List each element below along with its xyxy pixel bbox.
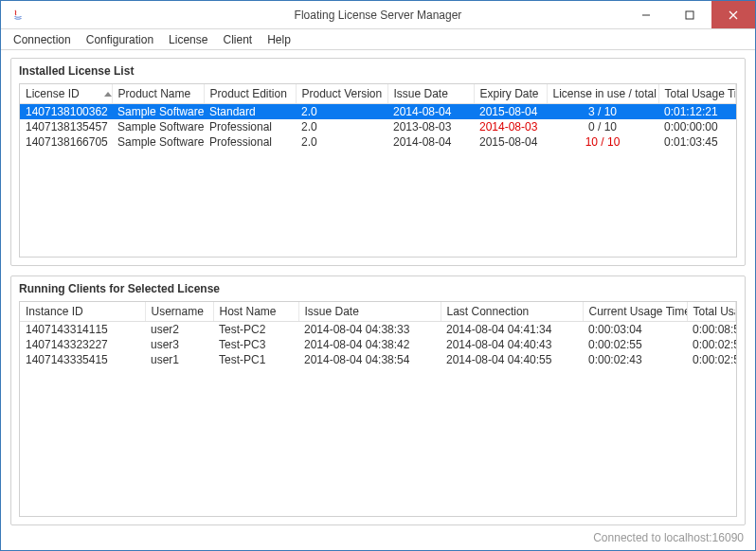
col-current-usage[interactable]: Current Usage Time: [583, 302, 687, 322]
installed-license-table[interactable]: License ID Product Name Product Edition …: [20, 84, 736, 150]
minimize-button[interactable]: [624, 1, 668, 28]
table-cell: 2015-08-04: [474, 104, 547, 120]
table-cell: Sample Software: [112, 119, 204, 134]
table-cell: 2014-08-04: [387, 104, 474, 120]
table-row[interactable]: 1407143335415user1Test-PC12014-08-04 04:…: [20, 352, 736, 367]
col-license-id[interactable]: License ID: [20, 84, 112, 104]
table-row[interactable]: 1407143323227user3Test-PC32014-08-04 04:…: [20, 337, 736, 352]
col-total-usage-time[interactable]: Total Usage Time: [658, 84, 736, 104]
table-cell: 0 / 10: [547, 119, 658, 134]
menu-connection[interactable]: Connection: [7, 31, 78, 48]
table-row[interactable]: 1407143314115user2Test-PC22014-08-04 04:…: [20, 322, 736, 338]
table-cell: 2014-08-04 04:40:43: [441, 337, 583, 352]
col-expiry-date[interactable]: Expiry Date: [474, 84, 547, 104]
sort-asc-icon: [104, 92, 112, 97]
table-cell: 0:00:03:04: [583, 322, 687, 338]
table-cell: 1407138135457: [20, 119, 112, 134]
col-product-version[interactable]: Product Version: [296, 84, 387, 104]
table-cell: 2014-08-04: [387, 134, 474, 150]
table-cell: 1407138166705: [20, 134, 112, 150]
table-row[interactable]: 1407138135457Sample SoftwareProfessional…: [20, 119, 736, 134]
table-cell: Test-PC1: [213, 352, 298, 367]
table-cell: 2015-08-04: [474, 134, 547, 150]
table-header-row: License ID Product Name Product Edition …: [20, 84, 736, 104]
col-last-connection[interactable]: Last Connection: [441, 302, 583, 322]
table-cell: Test-PC2: [213, 322, 298, 338]
table-cell: Test-PC3: [213, 337, 298, 352]
running-clients-table[interactable]: Instance ID Username Host Name Issue Dat…: [20, 302, 736, 367]
content-area: Installed License List License ID Produc…: [1, 50, 755, 529]
menu-license[interactable]: License: [162, 31, 214, 48]
table-cell: 1407143335415: [20, 352, 145, 367]
table-cell: 0:01:12:21: [658, 104, 736, 120]
col-issue-date[interactable]: Issue Date: [387, 84, 474, 104]
window-controls: [624, 1, 755, 28]
table-cell: Standard: [204, 104, 296, 120]
menu-help[interactable]: Help: [261, 31, 297, 48]
table-cell: user2: [145, 322, 213, 338]
close-button[interactable]: [711, 1, 755, 28]
table-cell: 10 / 10: [547, 134, 658, 150]
table-cell: 0:00:00:00: [658, 119, 736, 134]
col-host-name[interactable]: Host Name: [213, 302, 298, 322]
table-cell: Professional: [204, 119, 296, 134]
menubar: Connection Configuration License Client …: [1, 29, 755, 50]
table-cell: 1407143323227: [20, 337, 145, 352]
installed-license-panel: Installed License List License ID Produc…: [10, 58, 746, 266]
col-username[interactable]: Username: [145, 302, 213, 322]
col-license-usage[interactable]: License in use / total: [547, 84, 658, 104]
table-cell: 0:00:08:54: [687, 322, 736, 338]
col-issue-date[interactable]: Issue Date: [298, 302, 441, 322]
table-cell: 2.0: [296, 134, 387, 150]
table-cell: 2014-08-04 04:40:55: [441, 352, 583, 367]
table-cell: Sample Software: [112, 104, 204, 120]
running-clients-panel: Running Clients for Selected License Ins…: [10, 276, 746, 525]
table-row[interactable]: 1407138166705Sample SoftwareProfessional…: [20, 134, 736, 150]
titlebar: Floating License Server Manager: [1, 1, 755, 29]
table-cell: 0:00:02:43: [583, 352, 687, 367]
col-product-edition[interactable]: Product Edition: [204, 84, 296, 104]
table-cell: 2014-08-03: [474, 119, 547, 134]
table-cell: 2014-08-04 04:38:54: [298, 352, 441, 367]
running-clients-title: Running Clients for Selected License: [19, 282, 737, 295]
menu-configuration[interactable]: Configuration: [80, 31, 160, 48]
col-product-name[interactable]: Product Name: [112, 84, 204, 104]
table-cell: 0:00:02:55: [583, 337, 687, 352]
statusbar: Connected to localhost:16090: [1, 529, 755, 550]
connection-status: Connected to localhost:16090: [593, 531, 744, 544]
svg-rect-1: [686, 11, 693, 19]
table-cell: 1407138100362: [20, 104, 112, 120]
table-cell: 2013-08-03: [387, 119, 474, 134]
col-total-usage[interactable]: Total Usage Time: [687, 302, 736, 322]
java-icon: [10, 8, 26, 23]
table-cell: 1407143314115: [20, 322, 145, 338]
table-cell: 2.0: [296, 104, 387, 120]
table-cell: 2014-08-04 04:41:34: [441, 322, 583, 338]
table-header-row: Instance ID Username Host Name Issue Dat…: [20, 302, 736, 322]
col-instance-id[interactable]: Instance ID: [20, 302, 145, 322]
table-cell: Sample Software: [112, 134, 204, 150]
table-row[interactable]: 1407138100362Sample SoftwareStandard2.02…: [20, 104, 736, 120]
maximize-button[interactable]: [668, 1, 711, 28]
menu-client[interactable]: Client: [216, 31, 259, 48]
table-cell: 2.0: [296, 119, 387, 134]
table-cell: 2014-08-04 04:38:33: [298, 322, 441, 338]
table-cell: user3: [145, 337, 213, 352]
table-cell: 0:00:02:55: [687, 337, 736, 352]
table-cell: user1: [145, 352, 213, 367]
installed-license-title: Installed License List: [19, 64, 737, 78]
table-cell: 0:01:03:45: [658, 134, 736, 150]
table-cell: 3 / 10: [547, 104, 658, 120]
installed-license-table-wrap: License ID Product Name Product Edition …: [19, 83, 737, 258]
table-cell: 0:00:02:51: [687, 352, 736, 367]
running-clients-table-wrap: Instance ID Username Host Name Issue Dat…: [19, 301, 737, 517]
table-cell: 2014-08-04 04:38:42: [298, 337, 441, 352]
table-cell: Professional: [204, 134, 296, 150]
